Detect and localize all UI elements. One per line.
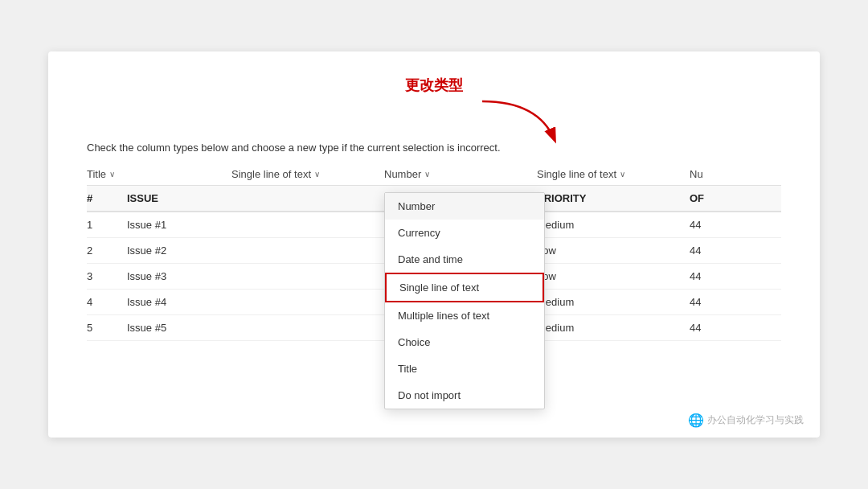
chevron-down-icon: ∨ <box>620 170 625 179</box>
dropdown-item-currency[interactable]: Currency <box>385 220 544 246</box>
col-header-single2-label: Single line of text <box>537 168 616 180</box>
watermark-icon: 🌐 <box>688 413 704 428</box>
td-of-5: 44 <box>690 322 738 334</box>
chevron-down-icon: ∨ <box>314 170 320 179</box>
td-num-1: 1 <box>87 219 127 231</box>
col-header-number-label: Number <box>384 168 421 180</box>
col-header-title-label: Title <box>87 168 106 180</box>
td-priority-4: Medium <box>537 296 690 308</box>
col-header-number[interactable]: Number ∨ <box>384 168 537 180</box>
td-issue-5: Issue #5 <box>127 322 231 334</box>
dropdown-item-single-line[interactable]: Single line of text <box>385 273 544 302</box>
th-num: # <box>87 192 127 204</box>
table-wrapper: Title ∨ Single line of text ∨ Number ∨ S… <box>87 168 781 341</box>
td-priority-2: Low <box>537 244 690 257</box>
instruction-text: Check the column types below and choose … <box>87 142 781 154</box>
td-of-3: 44 <box>690 270 738 282</box>
td-num-5: 5 <box>87 322 127 334</box>
dropdown-menu: Number Currency Date and time Single lin… <box>384 192 545 409</box>
col-header-single2[interactable]: Single line of text ∨ <box>537 168 690 180</box>
td-issue-1: Issue #1 <box>127 219 231 231</box>
th-of: OF <box>690 192 738 204</box>
td-priority-3: Low <box>537 270 690 282</box>
dropdown-item-do-not-import[interactable]: Do not import <box>385 382 544 409</box>
td-priority-5: Medium <box>537 322 690 334</box>
dropdown-item-number[interactable]: Number <box>385 193 544 220</box>
arrow-area <box>474 93 571 152</box>
td-of-2: 44 <box>690 244 738 257</box>
dropdown-item-multiple-lines[interactable]: Multiple lines of text <box>385 302 544 329</box>
td-issue-4: Issue #4 <box>127 296 231 308</box>
red-arrow-icon <box>474 93 571 150</box>
instruction: Check the column types below and choose … <box>87 142 781 154</box>
td-num-2: 2 <box>87 244 127 257</box>
dropdown-item-choice[interactable]: Choice <box>385 329 544 355</box>
col-header-single1-label: Single line of text <box>231 168 311 180</box>
annotation-area: 更改类型 <box>405 76 463 95</box>
chevron-down-icon: ∨ <box>109 170 115 179</box>
chevron-down-icon: ∨ <box>424 170 430 179</box>
th-issue: ISSUE <box>127 192 231 204</box>
th-col2 <box>231 192 384 204</box>
col-headers-row: Title ∨ Single line of text ∨ Number ∨ S… <box>87 168 781 186</box>
col-header-single1[interactable]: Single line of text ∨ <box>231 168 384 180</box>
annotation-label: 更改类型 <box>405 77 463 93</box>
main-card: 更改类型 Check the column types below and ch… <box>48 51 820 438</box>
td-priority-1: Medium <box>537 219 690 231</box>
td-issue-3: Issue #3 <box>127 270 231 282</box>
td-num-4: 4 <box>87 296 127 308</box>
col-header-nu-label: Nu <box>690 168 703 180</box>
dropdown-menu-wrapper: Number Currency Date and time Single lin… <box>384 192 545 409</box>
dropdown-item-title[interactable]: Title <box>385 355 544 382</box>
td-issue-2: Issue #2 <box>127 244 231 257</box>
td-of-4: 44 <box>690 296 738 308</box>
col-header-title[interactable]: Title ∨ <box>87 168 231 180</box>
col-header-nu: Nu <box>690 168 738 180</box>
dropdown-item-date-time[interactable]: Date and time <box>385 246 544 273</box>
watermark-text: 办公自动化学习与实践 <box>707 413 804 427</box>
th-priority: PRIORITY <box>537 192 690 204</box>
td-of-1: 44 <box>690 219 738 231</box>
td-num-3: 3 <box>87 270 127 282</box>
watermark: 🌐 办公自动化学习与实践 <box>688 413 804 428</box>
